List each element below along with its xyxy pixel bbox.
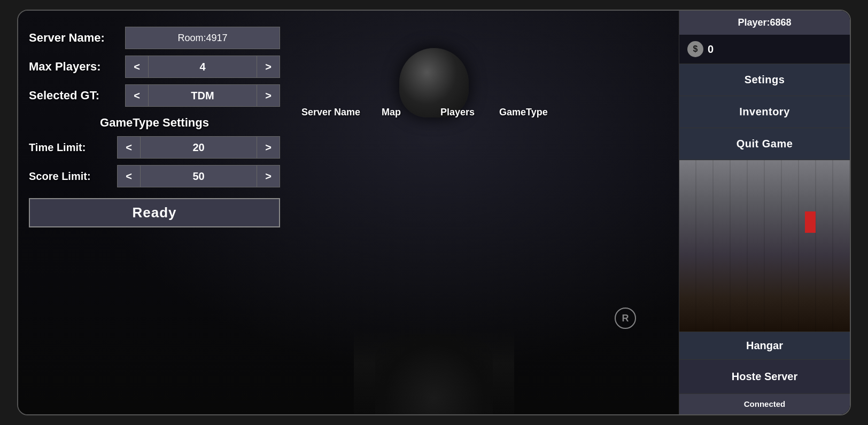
hangar-structure: [679, 160, 850, 332]
connected-status: Connected: [744, 399, 786, 408]
time-limit-prev-button[interactable]: <: [117, 136, 141, 159]
server-name-row: Server Name:: [29, 27, 280, 49]
col-map: Map: [382, 107, 424, 118]
currency-value: 0: [708, 43, 714, 56]
max-players-row: Max Players: < 4 >: [29, 56, 280, 78]
max-players-prev-button[interactable]: <: [125, 56, 149, 78]
player-info-bar: Player:6868: [679, 11, 850, 35]
ready-button[interactable]: Ready: [29, 198, 280, 227]
score-limit-value: 50: [141, 165, 257, 187]
selected-gt-value: TDM: [149, 84, 257, 107]
time-limit-next-button[interactable]: >: [257, 136, 280, 159]
center-panel: Server Name Map Players GameType: [291, 11, 679, 414]
max-players-spinner: < 4 >: [125, 56, 280, 78]
left-panel: Server Name: Max Players: < 4 > Selected…: [18, 11, 291, 414]
host-server-button[interactable]: Hoste Server: [679, 359, 850, 393]
max-players-label: Max Players:: [29, 60, 120, 74]
time-limit-label: Time Limit:: [29, 141, 112, 154]
map-label-bar[interactable]: Hangar: [679, 332, 850, 359]
selected-gt-prev-button[interactable]: <: [125, 84, 149, 107]
time-limit-spinner: < 20 >: [117, 136, 280, 159]
score-limit-label: Score Limit:: [29, 170, 112, 183]
selected-gt-row: Selected GT: < TDM >: [29, 84, 280, 107]
currency-bar: $ 0: [679, 35, 850, 64]
map-preview: [679, 160, 850, 332]
settings-button[interactable]: Setings: [679, 64, 850, 96]
time-limit-value: 20: [141, 136, 257, 159]
server-name-input[interactable]: [125, 27, 280, 49]
inventory-button[interactable]: Inventory: [679, 96, 850, 128]
col-gametype: GameType: [499, 107, 553, 118]
selected-gt-next-button[interactable]: >: [257, 84, 280, 107]
score-limit-prev-button[interactable]: <: [117, 165, 141, 187]
connected-bar: Connected: [679, 393, 850, 414]
gametype-settings-title: GameType Settings: [29, 116, 280, 130]
dollar-icon: $: [687, 41, 703, 57]
selected-gt-label: Selected GT:: [29, 89, 120, 103]
score-limit-next-button[interactable]: >: [257, 165, 280, 187]
max-players-next-button[interactable]: >: [257, 56, 280, 78]
col-players: Players: [440, 107, 483, 118]
map-label: Hangar: [746, 340, 783, 351]
selected-gt-spinner: < TDM >: [125, 84, 280, 107]
time-limit-row: Time Limit: < 20 >: [29, 136, 280, 159]
quit-game-button[interactable]: Quit Game: [679, 128, 850, 160]
hangar-map-art: [679, 160, 850, 332]
player-name: Player:6868: [738, 17, 791, 28]
score-limit-spinner: < 50 >: [117, 165, 280, 187]
right-panel: Player:6868 $ 0 Setings Inventory Quit G…: [679, 11, 850, 414]
col-server-name: Server Name: [301, 107, 366, 118]
server-table-header: Server Name Map Players GameType: [301, 101, 668, 123]
server-name-label: Server Name:: [29, 31, 120, 45]
hangar-red-element: [805, 211, 816, 233]
max-players-value: 4: [149, 56, 257, 78]
score-limit-row: Score Limit: < 50 >: [29, 165, 280, 187]
game-window: R Server Name: Max Players: < 4 > Select…: [17, 10, 851, 415]
